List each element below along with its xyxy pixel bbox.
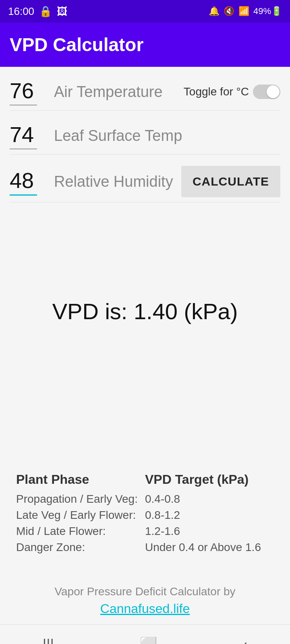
air-temp-underline bbox=[10, 105, 37, 105]
footer: Vapor Pressure Deficit Calculator by Can… bbox=[0, 569, 290, 624]
home-icon[interactable]: ⬜ bbox=[123, 632, 174, 644]
leaf-temp-label: Leaf Surface Temp bbox=[54, 127, 280, 144]
humidity-label: Relative Humidity bbox=[54, 173, 181, 190]
air-temp-label: Air Temperature bbox=[54, 83, 184, 101]
ref-phase-3: Mid / Late Flower: bbox=[16, 525, 145, 538]
ref-phase-1: Propagation / Early Veg: bbox=[16, 493, 145, 506]
vpd-result: VPD is: 1.40 (kPa) bbox=[52, 298, 238, 324]
toggle-label: Toggle for °C bbox=[184, 85, 249, 98]
ref-row-3: Mid / Late Flower: 1.2-1.6 bbox=[16, 525, 274, 538]
humidity-row: Relative Humidity CALCULATE bbox=[0, 155, 290, 202]
humidity-input[interactable] bbox=[10, 168, 46, 193]
ref-target-2: 0.8-1.2 bbox=[145, 509, 180, 522]
battery-display: 49%🔋 bbox=[253, 6, 282, 17]
app-title: VPD Calculator bbox=[10, 34, 143, 56]
app-bar: VPD Calculator bbox=[0, 23, 290, 67]
menu-icon[interactable]: ||| bbox=[27, 632, 70, 644]
mute-icon: 🔇 bbox=[224, 6, 234, 17]
bottom-nav: ||| ⬜ ‹ bbox=[0, 624, 290, 644]
air-temp-input[interactable] bbox=[10, 78, 46, 103]
ref-col2-header: VPD Target (kPa) bbox=[145, 472, 249, 487]
leaf-temp-input[interactable] bbox=[10, 122, 46, 147]
ref-phase-2: Late Veg / Early Flower: bbox=[16, 509, 145, 522]
leaf-temp-input-wrap bbox=[10, 122, 46, 149]
calculate-button[interactable]: CALCULATE bbox=[181, 166, 280, 197]
ref-row-1: Propagation / Early Veg: 0.4-0.8 bbox=[16, 493, 274, 506]
result-area: VPD is: 1.40 (kPa) bbox=[0, 251, 290, 372]
bottom-spacer-2 bbox=[0, 412, 290, 452]
content-area: Air Temperature Toggle for °C Leaf Surfa… bbox=[0, 67, 290, 624]
humidity-underline bbox=[10, 194, 37, 196]
ref-row-2: Late Veg / Early Flower: 0.8-1.2 bbox=[16, 509, 274, 522]
reference-table: Plant Phase VPD Target (kPa) Propagation… bbox=[0, 452, 290, 569]
leaf-temp-underline bbox=[10, 149, 37, 149]
celsius-toggle[interactable] bbox=[253, 85, 280, 99]
ref-row-4: Danger Zone: Under 0.4 or Above 1.6 bbox=[16, 541, 274, 554]
mid-spacer bbox=[0, 202, 290, 251]
air-temp-input-wrap bbox=[10, 78, 46, 105]
notification-icon: 🔔 bbox=[209, 6, 220, 17]
ref-phase-4: Danger Zone: bbox=[16, 541, 145, 554]
toggle-knob bbox=[267, 85, 280, 98]
leaf-temp-row: Leaf Surface Temp bbox=[0, 111, 290, 154]
ref-target-3: 1.2-1.6 bbox=[145, 525, 180, 538]
back-icon[interactable]: ‹ bbox=[226, 632, 263, 644]
ref-col1-header: Plant Phase bbox=[16, 472, 145, 487]
image-icon: 🖼 bbox=[57, 5, 67, 18]
lock-icon: 🔒 bbox=[39, 5, 52, 18]
humidity-input-wrap bbox=[10, 168, 46, 196]
ref-target-1: 0.4-0.8 bbox=[145, 493, 180, 506]
status-left: 16:00 🔒 🖼 bbox=[8, 5, 67, 18]
wifi-icon: 📶 bbox=[238, 6, 249, 17]
air-temp-row: Air Temperature Toggle for °C bbox=[0, 67, 290, 110]
footer-link[interactable]: Cannafused.life bbox=[10, 601, 280, 616]
bottom-spacer bbox=[0, 372, 290, 412]
footer-text: Vapor Pressure Deficit Calculator by bbox=[10, 585, 280, 598]
status-bar: 16:00 🔒 🖼 🔔 🔇 📶 49%🔋 bbox=[0, 0, 290, 23]
ref-header-row: Plant Phase VPD Target (kPa) bbox=[16, 472, 274, 489]
time-display: 16:00 bbox=[8, 5, 34, 18]
status-right: 🔔 🔇 📶 49%🔋 bbox=[209, 6, 282, 17]
ref-target-4: Under 0.4 or Above 1.6 bbox=[145, 541, 261, 554]
toggle-wrap: Toggle for °C bbox=[184, 85, 280, 99]
